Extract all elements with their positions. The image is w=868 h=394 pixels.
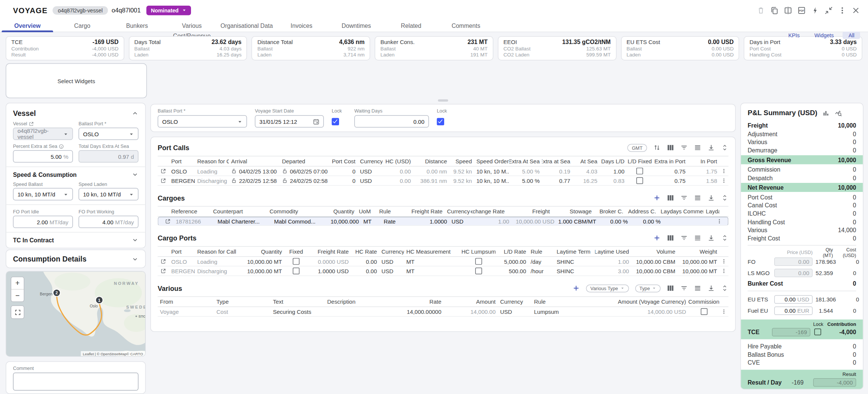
percent-extra-input[interactable]: 5.00 %	[13, 150, 73, 163]
map-fullscreen-button[interactable]	[11, 306, 24, 319]
col-laydays-commence[interactable]: Laydays Commence	[659, 208, 704, 215]
col-commission[interactable]: Commission	[688, 299, 720, 305]
map-zoom-out-button[interactable]: −	[11, 290, 24, 302]
col-type[interactable]: Type	[214, 299, 271, 305]
col-port-cost[interactable]: Port Cost	[331, 158, 358, 164]
col-amount[interactable]: Amount	[444, 299, 498, 305]
col-reason-for-c[interactable]: Reason for C...	[195, 158, 229, 164]
checkbox[interactable]	[293, 268, 300, 274]
density-icon[interactable]	[694, 234, 701, 242]
col-hc-lumpsum[interactable]: HC Lumpsum	[462, 248, 496, 255]
col-rule[interactable]: Rule	[377, 208, 411, 215]
columns-icon[interactable]	[667, 234, 674, 242]
ets-price-input[interactable]: 0.00EUR	[774, 307, 813, 315]
fo-port-idle-input[interactable]: 2.00 MT/day	[13, 216, 73, 228]
checkbox[interactable]	[293, 258, 300, 265]
start-date-input[interactable]: 31/01/25 12:12	[255, 115, 324, 128]
col-laydays-cancelling[interactable]: Laydays Cancelling	[704, 208, 720, 215]
col-stowage[interactable]: Stowage	[552, 208, 594, 215]
waiting-days-input[interactable]: 0.00	[355, 115, 429, 128]
col-speed-order[interactable]: Speed Order	[474, 158, 509, 164]
col-freight[interactable]: Freight	[507, 208, 552, 215]
tab-bunkers[interactable]: Bunkers	[110, 20, 165, 32]
col-in-port[interactable]: In Port	[688, 158, 720, 164]
download-icon[interactable]	[708, 194, 715, 202]
density-icon[interactable]	[694, 194, 701, 202]
col-hc-rate[interactable]: HC Rate	[351, 248, 379, 255]
chevron-down-icon[interactable]	[132, 171, 139, 178]
col-port[interactable]: Port	[169, 248, 195, 255]
col-address-c[interactable]: Address C.	[626, 208, 659, 215]
table-row[interactable]: OSLOLoading04/02/25 13:0006/02/25 07:000…	[158, 167, 729, 176]
col-extra-at-sea[interactable]: % Extra At Sea	[509, 158, 542, 164]
chart-search-icon[interactable]	[835, 109, 842, 117]
col-hc-measurement[interactable]: HC Measurement	[404, 248, 462, 255]
col-rate[interactable]: Rate	[387, 299, 444, 305]
calendar-icon[interactable]	[313, 118, 319, 125]
density-icon[interactable]	[694, 284, 701, 292]
tab-invoices[interactable]: Invoices	[274, 20, 329, 32]
density-icon[interactable]	[694, 144, 701, 152]
map-zoom-in-button[interactable]: +	[11, 277, 24, 290]
comment-textarea[interactable]	[13, 373, 139, 391]
type-pill[interactable]: Type	[635, 284, 660, 292]
col-description[interactable]: Description	[325, 299, 387, 305]
columns-icon[interactable]	[667, 284, 674, 292]
download-icon[interactable]	[708, 144, 715, 152]
col-broker-c[interactable]: Broker C.	[594, 208, 626, 215]
col-currency[interactable]: Currency	[358, 158, 383, 164]
tab-overview[interactable]: Overview	[0, 20, 55, 32]
col-uom[interactable]: UoM	[357, 208, 377, 215]
col-counterpart[interactable]: Counterpart	[211, 208, 267, 215]
columns-icon[interactable]	[667, 194, 674, 202]
expand-icon[interactable]	[721, 194, 729, 202]
various-type-pill[interactable]: Various Type	[586, 284, 629, 292]
col-amount-voyage-currency[interactable]: Amount (Voyage Currency)	[604, 299, 688, 305]
tab-related[interactable]: Related	[384, 20, 439, 32]
kebab-icon[interactable]	[721, 259, 727, 264]
ballast-port-select[interactable]: OSLO	[79, 128, 139, 140]
status-dropdown[interactable]: Nominated	[146, 5, 191, 15]
col-days-l-d[interactable]: Days L/D	[600, 158, 627, 164]
add-icon[interactable]	[572, 284, 580, 292]
col-rule[interactable]: Rule	[532, 299, 604, 305]
filter-icon[interactable]	[680, 234, 688, 242]
waiting-days-lock-checkbox[interactable]	[437, 118, 445, 125]
ext-icon[interactable]	[160, 168, 166, 174]
external-link-icon[interactable]	[29, 121, 34, 126]
view-link-widgets[interactable]: Widgets	[809, 32, 839, 39]
map-marker-bergen[interactable]: 2	[53, 289, 60, 296]
col-exchange-rate[interactable]: Exchange Rate	[471, 208, 507, 215]
col-speed[interactable]: Speed	[449, 158, 474, 164]
copy-icon[interactable]	[770, 6, 779, 15]
col-hc-usd[interactable]: HC (USD)	[383, 158, 413, 164]
col-from[interactable]: From	[158, 299, 214, 305]
col-freight-rate[interactable]: Freight Rate	[411, 208, 445, 215]
col-text[interactable]: Text	[271, 299, 325, 305]
ets-price-input[interactable]: 0.00USD	[774, 295, 813, 304]
col-volume[interactable]: Volume	[631, 248, 678, 255]
view-link-kpis[interactable]: KPIs	[783, 32, 805, 39]
col-distance[interactable]: Distance	[413, 158, 449, 164]
expand-icon[interactable]	[721, 284, 729, 292]
col-quantity[interactable]: Quantity	[237, 248, 284, 255]
route-map[interactable]: NORWAY SWEDEN STOCKH Bergen Oslo 2 1 + −…	[6, 271, 146, 357]
kebab-icon[interactable]	[721, 168, 727, 174]
col-l-d-rate[interactable]: L/D Rate	[496, 248, 529, 255]
checkbox[interactable]	[700, 308, 707, 315]
ext-icon[interactable]	[160, 268, 166, 274]
sort-icon[interactable]	[653, 144, 661, 152]
col-currency[interactable]: Currency	[379, 248, 404, 255]
columns-icon[interactable]	[667, 144, 674, 152]
collapse-icon[interactable]	[825, 6, 833, 15]
trash-icon[interactable]	[757, 6, 766, 15]
col-fixed[interactable]: Fixed	[284, 248, 308, 255]
select-widgets-button[interactable]: Select Widgets	[6, 63, 147, 98]
gmt-pill[interactable]: GMT	[627, 144, 647, 152]
col-reference[interactable]: Reference	[169, 208, 211, 215]
col-extra-in-port[interactable]: Extra in Port	[653, 158, 688, 164]
col-currency[interactable]: Currency	[498, 299, 532, 305]
tce-lock-checkbox[interactable]	[815, 329, 821, 335]
table-row[interactable]: OSLOLoading10,000.00 MT0.0000 USD0.00USD…	[158, 257, 729, 267]
speed-ballast-select[interactable]: 10 kn, 10 MT/d	[13, 188, 73, 201]
